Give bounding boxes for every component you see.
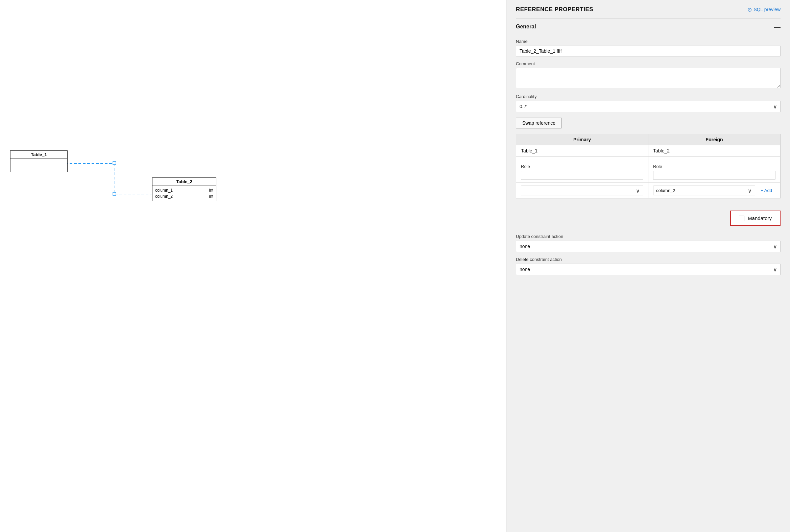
update-constraint-label: Update constraint action: [516, 234, 780, 239]
table-2-name: Table_2: [176, 179, 192, 184]
primary-col-select[interactable]: [521, 186, 643, 195]
constraint-section: Update constraint action none CASCADE SE…: [506, 234, 790, 282]
foreign-role-cell: Role: [648, 156, 780, 183]
primary-role-input[interactable]: [521, 171, 643, 180]
svg-rect-5: [113, 162, 116, 165]
cardinality-select[interactable]: 0..* 1..1 0..1 1..*: [516, 101, 780, 112]
comment-textarea[interactable]: [516, 68, 780, 88]
primary-role-cell: Role: [516, 156, 648, 183]
eye-icon: ⊙: [747, 6, 752, 13]
name-input[interactable]: [516, 45, 780, 56]
table-2-body: column_1 int column_2 int: [152, 186, 216, 201]
foreign-col-cell: column_2 column_1 ∨ + Add: [648, 183, 780, 198]
swap-reference-button[interactable]: Swap reference: [516, 118, 562, 129]
update-constraint-select-wrap: none CASCADE SET NULL RESTRICT ∨: [516, 241, 780, 252]
sql-preview-label: SQL preview: [753, 7, 780, 12]
primary-col-select-wrap: ∨: [521, 186, 643, 195]
add-column-button[interactable]: + Add: [757, 186, 775, 195]
cardinality-label: Cardinality: [516, 94, 780, 99]
table-row: column_2 int: [155, 193, 213, 200]
update-constraint-select[interactable]: none CASCADE SET NULL RESTRICT: [516, 241, 780, 252]
foreign-col-select[interactable]: column_2 column_1: [653, 186, 755, 195]
panel-header: REFERENCE PROPERTIES ⊙ SQL preview: [506, 0, 790, 18]
table-1-node[interactable]: Table_1: [10, 150, 68, 172]
panel-title: REFERENCE PROPERTIES: [516, 6, 593, 13]
table-names-row: Table_1 Table_2: [516, 145, 780, 156]
cardinality-select-wrap: 0..* 1..1 0..1 1..* ∨: [516, 101, 780, 112]
foreign-header: Foreign: [648, 134, 780, 145]
table-1-header: Table_1: [11, 151, 67, 159]
primary-table-name: Table_1: [516, 145, 648, 156]
mandatory-label: Mandatory: [748, 215, 772, 221]
add-label: + Add: [760, 188, 772, 193]
foreign-table-name: Table_2: [648, 145, 780, 156]
canvas-area: Table_1 Table_2 column_1 int column_2 in…: [0, 0, 506, 532]
primary-role-label: Role: [521, 164, 643, 169]
primary-col-select-row: ∨: [521, 186, 643, 195]
role-row: Role Role: [516, 156, 780, 183]
section-header-general: General —: [516, 18, 780, 34]
table-2-header: Table_2: [152, 178, 216, 186]
sql-preview-button[interactable]: ⊙ SQL preview: [747, 6, 780, 13]
foreign-role-label: Role: [653, 164, 775, 169]
foreign-role-input[interactable]: [653, 171, 775, 180]
general-section-title: General: [516, 24, 536, 30]
right-panel: REFERENCE PROPERTIES ⊙ SQL preview Gener…: [506, 0, 790, 532]
foreign-col-select-wrap: column_2 column_1 ∨: [653, 186, 755, 195]
general-section: General — Name Comment Cardinality 0..* …: [506, 18, 790, 205]
table-1-name: Table_1: [31, 152, 46, 157]
table-2-node[interactable]: Table_2 column_1 int column_2 int: [152, 177, 217, 201]
name-label: Name: [516, 39, 780, 44]
mandatory-checkbox[interactable]: [739, 216, 745, 221]
primary-col-cell: ∨: [516, 183, 648, 198]
svg-rect-6: [113, 192, 116, 195]
table-1-body: [11, 159, 67, 172]
foreign-col-select-row: column_2 column_1 ∨ + Add: [653, 186, 775, 195]
mandatory-section: Mandatory: [506, 205, 790, 229]
delete-constraint-select[interactable]: none CASCADE SET NULL RESTRICT: [516, 264, 780, 275]
mandatory-box[interactable]: Mandatory: [730, 211, 780, 226]
delete-constraint-label: Delete constraint action: [516, 257, 780, 262]
swap-reference-label: Swap reference: [522, 120, 556, 126]
delete-constraint-select-wrap: none CASCADE SET NULL RESTRICT ∨: [516, 264, 780, 275]
connector-svg: [0, 0, 506, 532]
table-row: column_1 int: [155, 187, 213, 193]
primary-foreign-table: Primary Foreign Table_1 Table_2 Role Rol…: [516, 134, 780, 198]
primary-header: Primary: [516, 134, 648, 145]
column-select-row: ∨ column_2 column_1 ∨: [516, 183, 780, 198]
comment-label: Comment: [516, 61, 780, 66]
collapse-icon[interactable]: —: [774, 23, 780, 30]
